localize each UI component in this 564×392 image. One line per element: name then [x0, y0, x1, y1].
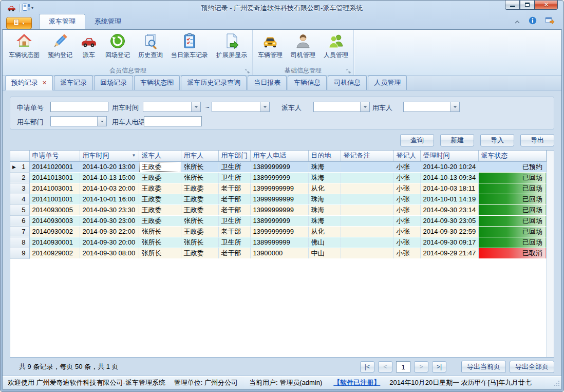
resize-grip[interactable] — [554, 380, 560, 388]
row-header-cell: ▶1 — [10, 161, 29, 172]
column-header[interactable]: 派车人 — [139, 151, 181, 161]
chevron-down-icon[interactable] — [97, 117, 106, 126]
minimize-button[interactable] — [505, 0, 520, 10]
prev-page-button[interactable]: < — [378, 361, 392, 372]
cell: 20140930001 — [29, 237, 80, 248]
ribbon-button-pencil[interactable]: 预约登记 — [44, 31, 77, 61]
next-page-button[interactable]: > — [414, 361, 428, 372]
cell: 20141020001 — [29, 161, 80, 172]
page-number-input[interactable] — [396, 361, 410, 372]
table-row[interactable]: 3201410030012014-10-03 20:00王政委王政委老干部139… — [10, 183, 547, 194]
use-time-to-combo[interactable] — [212, 102, 270, 112]
cell — [341, 226, 393, 237]
ribbon-button-red-car[interactable]: 派车 — [77, 31, 101, 61]
ribbon-button-page-arrow[interactable]: 扩展屏显示 — [212, 31, 251, 61]
dispatch-status-cell: 已回场 — [478, 226, 547, 237]
restore-button[interactable] — [520, 0, 535, 10]
title-bar[interactable]: ▾ 预约记录 - 广州爱奇迪软件科技有限公司-派车管理系统 ✕ — [2, 1, 562, 15]
export-current-page-button[interactable]: 导出当前页 — [461, 361, 506, 373]
ribbon-button-clipboard-check[interactable]: 当日派车记录 — [167, 31, 212, 61]
grid-footer: 共 9 条记录，每页 50 条，共 1 页 |< < > >| 导出当前页 导出… — [10, 361, 554, 373]
ribbon-button-person[interactable]: 司机管理 — [287, 31, 319, 61]
info-icon[interactable] — [529, 16, 537, 27]
chevron-down-icon[interactable] — [450, 102, 459, 111]
table-row[interactable]: 5201409300052014-09-30 23:30王政委王政委老干部139… — [10, 204, 547, 215]
table-row[interactable]: 9201409290022014-09-30 08:00张所长王政委老干部139… — [10, 248, 547, 258]
document-tab-0[interactable]: 预约记录✕ — [5, 76, 53, 90]
managing-org-text: 管理单位: 广州分公司 — [174, 378, 238, 387]
department-combo[interactable] — [50, 116, 107, 126]
document-tab-4[interactable]: 派车历史记录查询 — [181, 76, 247, 90]
close-icon[interactable]: ✕ — [42, 80, 47, 86]
column-header[interactable]: 用车时间▼ — [80, 151, 139, 161]
document-tab-1[interactable]: 派车记录 — [54, 76, 93, 90]
ribbon-button-document-search[interactable]: 历史查询 — [134, 31, 167, 61]
request-no-input[interactable] — [50, 102, 108, 112]
dialog-launcher-icon[interactable] — [346, 69, 351, 73]
car-user-combo[interactable] — [403, 102, 460, 112]
document-tab-8[interactable]: 人员管理 — [368, 76, 407, 90]
quick-access-toolbar-button[interactable]: ▾ — [22, 3, 33, 13]
cell: 卫生所 — [218, 172, 250, 183]
cell — [341, 237, 393, 248]
cell — [341, 161, 393, 172]
new-button[interactable]: 新建 — [440, 134, 474, 146]
document-tab-5[interactable]: 当日报表 — [248, 76, 287, 90]
app-menu-button[interactable]: ▾ — [6, 17, 32, 29]
chevron-down-icon[interactable] — [191, 102, 200, 111]
column-header[interactable]: 用车人 — [181, 151, 218, 161]
cell: 张所长 — [181, 172, 218, 183]
table-row[interactable]: 8201409300012014-09-30 20:00张所长张所长卫生所138… — [10, 237, 547, 248]
use-time-from-combo[interactable] — [143, 102, 201, 112]
column-header[interactable]: 派车状态 — [478, 151, 547, 161]
export-button[interactable]: 导出 — [520, 134, 554, 146]
dispatcher-combo[interactable] — [313, 102, 370, 112]
column-header[interactable]: 用车部门 — [218, 151, 250, 161]
column-header[interactable]: 登记人 — [393, 151, 420, 161]
column-header[interactable]: 受理时间 — [420, 151, 478, 161]
chevron-down-icon: ▾ — [31, 6, 33, 10]
search-button[interactable]: 查询 — [400, 134, 434, 146]
table-row[interactable]: ▶1201410200012014-10-20 13:00王政委张所长卫生所13… — [10, 161, 547, 172]
first-page-button[interactable]: |< — [360, 361, 374, 372]
vertical-scrollbar[interactable] — [547, 151, 554, 357]
table-row[interactable]: 4201410010012014-10-01 16:00王政委王政委老干部139… — [10, 194, 547, 204]
user-phone-input[interactable] — [144, 116, 202, 126]
document-tab-2[interactable]: 回场记录 — [94, 76, 133, 90]
collapse-ribbon-chevron-up-icon[interactable] — [514, 17, 520, 26]
column-header[interactable]: 用车人电话 — [250, 151, 308, 161]
export-all-pages-button[interactable]: 导出全部页 — [510, 361, 554, 373]
last-page-button[interactable]: >| — [432, 361, 446, 372]
ribbon-tab-system-management[interactable]: 系统管理 — [85, 14, 130, 29]
ribbon-tab-dispatch-management[interactable]: 派车管理 — [39, 14, 85, 29]
document-tab-label: 车辆状态图 — [140, 78, 174, 87]
ribbon-button-people[interactable]: 人员管理 — [319, 31, 352, 61]
ribbon-button-green-refresh[interactable]: 回场登记 — [101, 31, 134, 61]
table-row[interactable]: 6201409300032014-09-30 23:00王政委张所长卫生所138… — [10, 215, 547, 226]
document-tab-label: 派车记录 — [60, 78, 87, 87]
app-logo-car-icon — [7, 4, 15, 12]
document-tab-3[interactable]: 车辆状态图 — [134, 76, 180, 90]
chevron-down-icon[interactable] — [360, 102, 369, 111]
import-button[interactable]: 导入 — [480, 134, 514, 146]
software-registered-link[interactable]: 【软件已注册】 — [333, 378, 380, 387]
column-header[interactable]: 登记备注 — [341, 151, 393, 161]
ribbon-button-yellow-car[interactable]: 车辆管理 — [254, 31, 287, 61]
close-button[interactable]: ✕ — [535, 0, 558, 10]
column-header[interactable] — [10, 151, 29, 161]
document-tab-6[interactable]: 车辆信息 — [288, 76, 327, 90]
ribbon-button-house[interactable]: 车辆状态图 — [5, 31, 44, 61]
column-header[interactable]: 申请单号 — [29, 151, 80, 161]
table-row[interactable]: 7201409300022014-09-30 22:00张所长王政委老干部139… — [10, 226, 547, 237]
cell: 卫生所 — [218, 161, 250, 172]
table-row[interactable]: 2201410130012014-10-13 15:00王政委张所长卫生所138… — [10, 172, 547, 183]
chevron-down-icon: ▾ — [22, 21, 24, 26]
chevron-down-icon[interactable] — [260, 102, 269, 111]
dialog-launcher-icon[interactable] — [245, 69, 250, 73]
switch-window-icon[interactable] — [545, 16, 555, 27]
column-header[interactable]: 目的地 — [308, 151, 341, 161]
cell: 2014-09-30 08:00 — [80, 248, 139, 258]
cell: 小张 — [393, 172, 420, 183]
cell: 从化 — [308, 226, 341, 237]
document-tab-7[interactable]: 司机信息 — [328, 76, 367, 90]
